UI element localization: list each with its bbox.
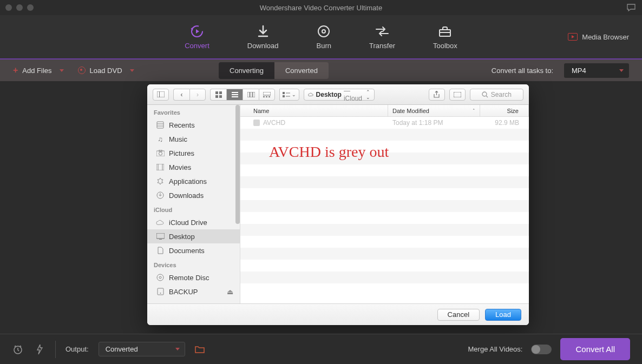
disc-icon bbox=[156, 273, 165, 282]
svg-point-39 bbox=[157, 274, 163, 281]
svg-rect-41 bbox=[158, 288, 163, 295]
output-label: Output: bbox=[65, 345, 89, 353]
output-format-select[interactable]: MP4 bbox=[564, 63, 629, 78]
drive-icon bbox=[156, 287, 165, 296]
tab-toolbox[interactable]: Toolbox bbox=[433, 24, 457, 50]
sidebar-item-remote-disc[interactable]: Remote Disc bbox=[147, 270, 240, 284]
annotation-text: AVCHD is grey out bbox=[269, 143, 389, 161]
tab-convert[interactable]: Convert bbox=[185, 24, 209, 50]
applications-icon bbox=[156, 177, 165, 186]
convert-all-label: Convert all tasks to: bbox=[492, 67, 553, 75]
chat-icon[interactable] bbox=[627, 4, 636, 11]
file-icon bbox=[253, 120, 260, 126]
secondary-toolbar: + Add Files Load DVD Converting Converte… bbox=[0, 59, 642, 81]
tab-transfer[interactable]: Transfer bbox=[369, 24, 395, 50]
svg-rect-15 bbox=[253, 92, 255, 97]
finder-footer: Cancel Load bbox=[147, 303, 529, 325]
downloads-icon bbox=[156, 191, 165, 200]
sidebar-item-pictures[interactable]: Pictures bbox=[147, 146, 240, 160]
file-row[interactable]: AVCHD Today at 1:18 PM 92.9 MB bbox=[240, 117, 529, 129]
column-headers: Name Date Modified˄ Size bbox=[240, 105, 529, 117]
desktop-icon bbox=[156, 232, 165, 241]
finder-toolbar: ‹ › ⌄ Desktop — iCloud ⌃⌄ Search bbox=[147, 84, 529, 105]
media-browser-icon bbox=[568, 33, 578, 41]
icon-view-button[interactable] bbox=[210, 89, 226, 101]
download-icon bbox=[256, 24, 270, 38]
svg-point-2 bbox=[322, 30, 325, 33]
music-icon: ♫ bbox=[156, 135, 165, 143]
search-field[interactable]: Search bbox=[470, 89, 523, 101]
sidebar-item-applications[interactable]: Applications bbox=[147, 174, 240, 188]
tab-burn[interactable]: Burn bbox=[317, 24, 331, 50]
window-controls[interactable] bbox=[5, 4, 34, 11]
merge-toggle[interactable] bbox=[531, 345, 552, 354]
sidebar-item-music[interactable]: ♫Music bbox=[147, 132, 240, 146]
svg-rect-22 bbox=[283, 95, 285, 97]
load-button[interactable]: Load bbox=[485, 309, 521, 321]
share-button[interactable] bbox=[429, 89, 445, 101]
forward-button[interactable]: › bbox=[189, 89, 206, 101]
sidebar-item-documents[interactable]: Documents bbox=[147, 243, 240, 257]
clock-icon[interactable] bbox=[12, 343, 24, 355]
plus-icon: + bbox=[13, 65, 18, 75]
convert-icon bbox=[190, 24, 204, 38]
svg-rect-7 bbox=[219, 91, 222, 94]
finder-file-list: Name Date Modified˄ Size AVCHD Today at … bbox=[240, 105, 529, 303]
add-files-button[interactable]: + Add Files bbox=[13, 65, 64, 75]
group-menu[interactable]: ⌄ bbox=[279, 89, 299, 101]
svg-point-31 bbox=[159, 152, 162, 155]
sidebar-item-desktop[interactable]: Desktop bbox=[147, 229, 240, 243]
speed-icon[interactable] bbox=[34, 343, 45, 355]
cloud-icon bbox=[156, 218, 165, 227]
svg-rect-16 bbox=[263, 92, 271, 95]
load-dvd-button[interactable]: Load DVD bbox=[78, 67, 134, 75]
bottom-bar: Output: Converted Merge All Videos: Conv… bbox=[0, 334, 642, 364]
sidebar-item-recents[interactable]: Recents bbox=[147, 118, 240, 132]
column-size[interactable]: Size bbox=[480, 105, 529, 116]
svg-rect-9 bbox=[219, 95, 222, 98]
column-date[interactable]: Date Modified˄ bbox=[388, 105, 480, 116]
tab-converting[interactable]: Converting bbox=[219, 62, 274, 79]
svg-rect-17 bbox=[263, 96, 265, 97]
back-button[interactable]: ‹ bbox=[173, 89, 189, 101]
svg-rect-6 bbox=[215, 91, 218, 94]
gallery-view-button[interactable] bbox=[259, 89, 275, 101]
pictures-icon bbox=[156, 149, 165, 157]
sidebar-header-icloud: iCloud bbox=[147, 202, 240, 215]
svg-rect-27 bbox=[157, 122, 163, 128]
location-dropdown[interactable]: Desktop — iCloud ⌃⌄ bbox=[304, 89, 375, 101]
svg-rect-4 bbox=[157, 91, 165, 97]
svg-rect-24 bbox=[454, 92, 461, 97]
burn-icon bbox=[317, 24, 331, 38]
chevron-down-icon bbox=[130, 69, 134, 72]
column-view-button[interactable] bbox=[243, 89, 259, 101]
chevron-down-icon bbox=[60, 69, 64, 72]
svg-line-26 bbox=[486, 96, 488, 97]
sidebar-item-downloads[interactable]: Downloads bbox=[147, 188, 240, 202]
output-folder-select[interactable]: Converted bbox=[99, 342, 185, 356]
tab-download[interactable]: Download bbox=[247, 24, 279, 50]
scrollbar[interactable] bbox=[235, 105, 240, 224]
tab-converted[interactable]: Converted bbox=[274, 62, 329, 79]
svg-point-40 bbox=[159, 276, 161, 279]
tags-button[interactable] bbox=[449, 89, 466, 101]
convert-all-button[interactable]: Convert All bbox=[560, 338, 630, 360]
sidebar-item-icloud-drive[interactable]: iCloud Drive bbox=[147, 215, 240, 229]
cancel-button[interactable]: Cancel bbox=[437, 309, 480, 321]
column-name[interactable]: Name bbox=[240, 105, 388, 116]
svg-rect-37 bbox=[156, 233, 165, 239]
divider bbox=[55, 341, 56, 358]
sidebar-item-movies[interactable]: Movies bbox=[147, 160, 240, 174]
sidebar-item-backup[interactable]: BACKUP⏏ bbox=[147, 284, 240, 299]
media-browser-button[interactable]: Media Browser bbox=[568, 33, 629, 41]
list-view-button[interactable] bbox=[226, 89, 243, 101]
center-tabs: Converting Converted bbox=[219, 62, 329, 79]
svg-rect-20 bbox=[283, 92, 285, 94]
open-folder-icon[interactable] bbox=[195, 346, 205, 353]
search-icon bbox=[482, 91, 488, 98]
app-title: Wondershare Video Converter Ultimate bbox=[260, 4, 382, 12]
sidebar-toggle-button[interactable] bbox=[153, 89, 169, 101]
file-open-dialog: ‹ › ⌄ Desktop — iCloud ⌃⌄ Search Favorit… bbox=[147, 84, 529, 325]
cloud-icon bbox=[308, 92, 314, 97]
eject-icon[interactable]: ⏏ bbox=[227, 288, 233, 296]
